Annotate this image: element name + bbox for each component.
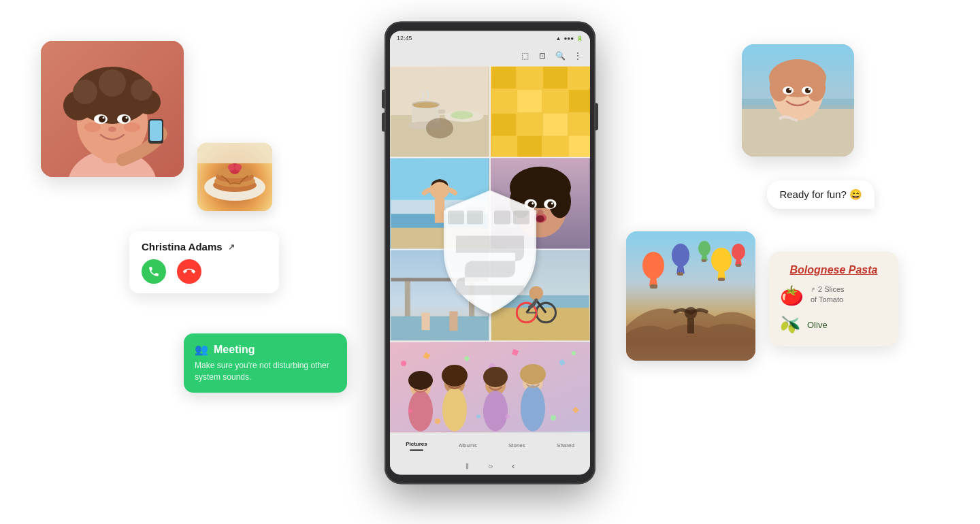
svg-point-77 [538, 210, 543, 215]
svg-rect-50 [517, 114, 542, 136]
power-button[interactable] [595, 103, 598, 130]
recipe-card: Bolognese Pasta 🍅 ↱ 2 Slices of Tomato 🫒… [769, 252, 898, 346]
back-button[interactable]: ‹ [512, 461, 514, 471]
svg-rect-54 [517, 136, 542, 157]
svg-rect-147 [677, 272, 683, 276]
svg-rect-89 [491, 308, 589, 340]
svg-point-120 [551, 415, 556, 421]
svg-rect-149 [718, 278, 725, 281]
search-icon[interactable]: 🔍 [555, 50, 566, 61]
svg-rect-30 [197, 143, 272, 163]
svg-rect-82 [391, 316, 488, 341]
svg-point-117 [435, 419, 440, 424]
svg-point-19 [124, 122, 140, 132]
svg-rect-153 [702, 259, 706, 262]
call-buttons [142, 259, 267, 284]
photo-cell-confetti[interactable] [390, 342, 590, 432]
home-button[interactable]: ○ [488, 461, 493, 471]
svg-point-72 [547, 201, 554, 208]
svg-point-95 [401, 361, 406, 366]
svg-point-8 [73, 80, 97, 104]
svg-rect-86 [449, 311, 457, 331]
svg-rect-48 [569, 90, 590, 112]
svg-point-39 [451, 111, 473, 119]
svg-point-36 [408, 121, 444, 129]
volume-down-button[interactable] [382, 112, 385, 131]
photo-cell-beach[interactable] [390, 158, 489, 248]
svg-point-114 [521, 385, 545, 431]
svg-point-139 [789, 88, 791, 91]
svg-rect-81 [391, 278, 488, 281]
ai-icon[interactable]: ⊡ [537, 50, 548, 61]
svg-point-74 [551, 202, 553, 204]
tomato-icon: 🍅 [780, 284, 804, 307]
photo-cell-yellow[interactable] [491, 66, 590, 157]
svg-rect-42 [517, 66, 542, 88]
decline-call-button[interactable] [177, 259, 201, 284]
svg-point-150 [732, 244, 745, 260]
photo-cell-food[interactable] [390, 66, 489, 157]
tomato-label: ↱ 2 Slices [811, 284, 845, 295]
svg-point-13 [99, 116, 105, 122]
meeting-title-row: 👥 Meeting [195, 343, 336, 356]
tab-stories[interactable]: Stories [508, 442, 525, 448]
svg-point-76 [536, 215, 544, 222]
tab-albums[interactable]: Albums [459, 442, 477, 448]
svg-rect-56 [569, 136, 590, 157]
svg-point-140 [808, 88, 811, 91]
svg-point-111 [483, 391, 508, 431]
svg-point-116 [408, 409, 412, 413]
call-name-row: Christina Adams ↗ [142, 241, 267, 252]
photo-cell-cyclist[interactable] [491, 250, 590, 340]
svg-rect-49 [491, 114, 516, 136]
svg-point-16 [126, 117, 128, 119]
chat-bubble: Ready for fun? 😄 [767, 180, 875, 209]
landscape-photo [626, 231, 755, 361]
volume-up-button[interactable] [382, 89, 385, 108]
system-nav: ⦀ ○ ‹ [390, 458, 590, 474]
tablet-frame: 12:45 ▲ ●●● 🔋 ⬚ ⊡ 🔍 ⋮ [385, 21, 595, 484]
recent-apps-button[interactable]: ⦀ [466, 461, 469, 471]
svg-rect-62 [435, 199, 444, 223]
svg-rect-47 [543, 90, 568, 112]
status-time: 12:45 [397, 35, 412, 42]
accept-call-button[interactable] [142, 259, 166, 284]
selfie-photo [41, 41, 184, 177]
meeting-notification: 👥 Meeting Make sure you're not disturbin… [184, 333, 347, 393]
tomato-sublabel: of Tomato [811, 295, 845, 304]
svg-rect-51 [543, 114, 568, 136]
external-link-icon: ↗ [228, 242, 235, 252]
slideshow-icon[interactable]: ⬚ [519, 50, 530, 61]
tab-pictures[interactable]: Pictures [406, 441, 427, 451]
svg-rect-21 [150, 120, 162, 141]
svg-rect-151 [736, 264, 741, 267]
wifi-icon: ▲ [556, 35, 561, 42]
tablet: 12:45 ▲ ●●● 🔋 ⬚ ⊡ 🔍 ⋮ [385, 21, 595, 484]
olive-icon: 🫒 [780, 315, 800, 334]
svg-point-108 [442, 388, 467, 431]
svg-point-71 [528, 201, 535, 208]
svg-point-148 [711, 248, 732, 272]
svg-point-29 [235, 164, 242, 171]
svg-rect-59 [391, 225, 488, 249]
tablet-screen: 12:45 ▲ ●●● 🔋 ⬚ ⊡ 🔍 ⋮ [390, 31, 590, 474]
active-tab-indicator [410, 449, 423, 451]
olive-label: Olive [807, 320, 828, 330]
tab-shared[interactable]: Shared [557, 442, 574, 448]
meeting-text: Make sure you're not disturbing other sy… [195, 360, 336, 383]
svg-rect-53 [491, 136, 516, 157]
svg-point-14 [122, 116, 129, 122]
photo-cell-selfie[interactable] [491, 158, 590, 248]
meeting-icon: 👥 [195, 343, 208, 356]
meeting-title: Meeting [214, 344, 255, 356]
svg-point-118 [476, 414, 480, 419]
svg-rect-35 [438, 110, 445, 114]
svg-point-37 [413, 103, 438, 108]
recipe-title: Bolognese Pasta [780, 264, 887, 276]
photo-cell-beach-fun[interactable] [390, 250, 489, 340]
chat-message: Ready for fun? 😄 [779, 189, 862, 200]
svg-rect-32 [391, 115, 488, 157]
more-icon[interactable]: ⋮ [572, 50, 583, 61]
svg-point-103 [572, 351, 576, 355]
svg-point-15 [103, 117, 105, 119]
